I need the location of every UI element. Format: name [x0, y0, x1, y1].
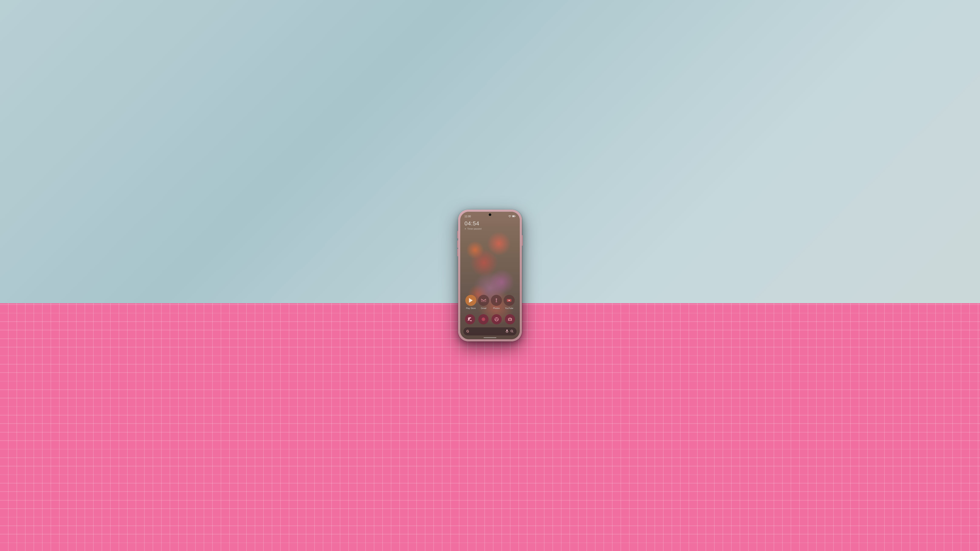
- play-store-icon-circle[interactable]: [465, 295, 476, 306]
- youtube-label: YouTube: [505, 307, 513, 310]
- gmail-icon-circle[interactable]: [478, 295, 489, 306]
- timer-paused: ✕ Timer paused: [465, 227, 482, 230]
- google-g-logo: G: [466, 329, 469, 333]
- svg-rect-1: [515, 216, 515, 217]
- dock-camera[interactable]: [505, 314, 515, 324]
- dock-chrome[interactable]: [492, 314, 502, 324]
- search-bar[interactable]: G: [463, 327, 517, 335]
- phone-wrapper: 11:00: [458, 210, 522, 341]
- svg-point-6: [496, 298, 497, 300]
- gmail-label: Gmail: [481, 307, 486, 310]
- photos-label: Photos: [493, 307, 500, 310]
- timer-paused-label: Timer paused: [467, 227, 482, 230]
- status-time: 11:00: [465, 215, 471, 218]
- timer-paused-icon: ✕: [465, 228, 466, 230]
- svg-point-22: [511, 318, 511, 319]
- dock-phone[interactable]: [465, 314, 475, 324]
- phone-body: 11:00: [458, 210, 522, 341]
- timer-display: 04:54: [465, 220, 482, 227]
- svg-point-12: [483, 319, 484, 320]
- svg-point-26: [511, 330, 512, 332]
- dock-messages[interactable]: [478, 314, 488, 324]
- youtube-icon-circle[interactable]: [504, 295, 515, 306]
- svg-line-27: [512, 332, 513, 332]
- notification-area: 04:54 ✕ Timer paused: [465, 220, 482, 230]
- app-grid: Play Store Gmail: [460, 295, 520, 310]
- photos-icon-circle[interactable]: [491, 295, 502, 306]
- play-store-label: Play Store: [466, 307, 476, 310]
- app-item-play-store[interactable]: Play Store: [465, 295, 476, 310]
- phone-screen: 11:00: [460, 212, 520, 339]
- wifi-icon: [508, 215, 511, 218]
- status-icons: [508, 215, 515, 218]
- home-indicator[interactable]: [484, 337, 496, 338]
- svg-rect-23: [506, 329, 508, 332]
- camera-cutout: [489, 213, 491, 216]
- svg-rect-2: [512, 216, 514, 217]
- app-item-youtube[interactable]: YouTube: [504, 295, 515, 310]
- svg-point-7: [496, 300, 497, 301]
- lens-icon[interactable]: [510, 329, 514, 333]
- svg-marker-19: [509, 318, 511, 318]
- battery-icon: [512, 215, 515, 218]
- dock: [463, 314, 517, 324]
- svg-point-14: [496, 318, 498, 320]
- app-item-photos[interactable]: Photos: [491, 295, 502, 310]
- svg-point-5: [496, 301, 497, 302]
- app-item-gmail[interactable]: Gmail: [478, 295, 489, 310]
- svg-point-21: [509, 319, 511, 320]
- mic-icon[interactable]: [506, 329, 509, 333]
